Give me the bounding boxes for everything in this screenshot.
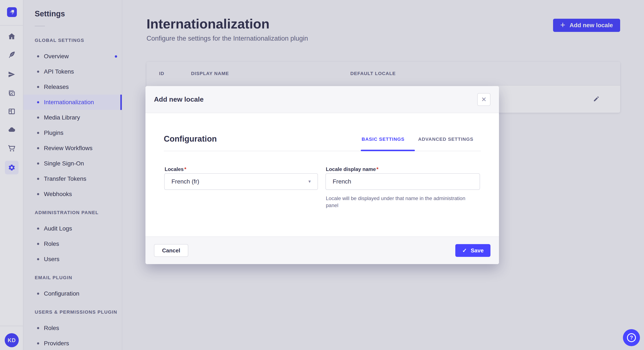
display-name-label: Locale display name xyxy=(326,166,378,172)
display-name-input[interactable] xyxy=(326,173,480,190)
question-mark-icon: ? xyxy=(627,333,636,342)
save-button[interactable]: ✓ Save xyxy=(455,244,490,257)
tab-advanced-settings[interactable]: ADVANCED SETTINGS xyxy=(411,137,480,142)
locales-label: Locales xyxy=(164,166,186,172)
settings-tabs: BASIC SETTINGS ADVANCED SETTINGS xyxy=(355,137,480,142)
active-tab-indicator xyxy=(361,150,415,151)
locales-select-value: French (fr) xyxy=(172,178,199,185)
close-icon[interactable]: ✕ xyxy=(477,93,490,106)
cancel-button[interactable]: Cancel xyxy=(154,244,188,257)
display-name-help: Locale will be displayed under that name… xyxy=(326,195,477,209)
configuration-heading: Configuration xyxy=(164,134,217,144)
app-root: KD Settings GLOBAL SETTINGSOverviewAPI T… xyxy=(0,0,644,350)
modal-title: Add new locale xyxy=(154,95,204,103)
help-button[interactable]: ? xyxy=(623,329,640,346)
modal-footer: Cancel ✓ Save xyxy=(146,236,499,264)
modal-body: Configuration BASIC SETTINGS ADVANCED SE… xyxy=(146,113,499,236)
add-locale-modal: Add new locale ✕ Configuration BASIC SET… xyxy=(146,86,499,264)
locales-select[interactable]: French (fr) ▼ xyxy=(164,173,318,190)
modal-header: Add new locale ✕ xyxy=(146,86,499,113)
tab-basic-settings[interactable]: BASIC SETTINGS xyxy=(355,137,411,142)
chevron-down-icon: ▼ xyxy=(308,179,312,184)
save-label: Save xyxy=(471,247,484,254)
check-icon: ✓ xyxy=(462,247,467,254)
tabs-divider xyxy=(164,151,481,151)
